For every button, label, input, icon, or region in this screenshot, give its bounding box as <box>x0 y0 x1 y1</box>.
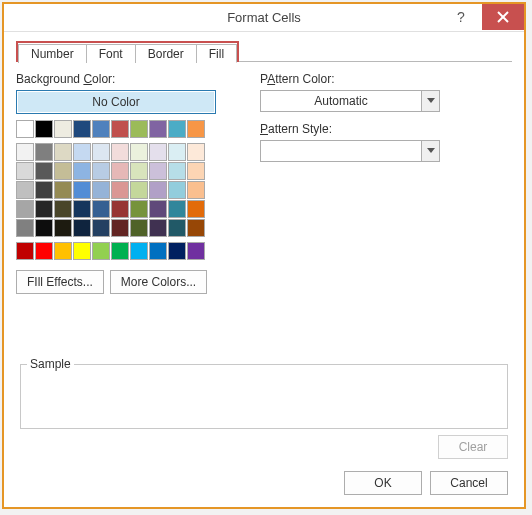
color-swatch[interactable] <box>111 200 129 218</box>
color-swatch[interactable] <box>149 200 167 218</box>
color-swatch[interactable] <box>16 242 34 260</box>
color-swatch[interactable] <box>35 162 53 180</box>
pattern-style-dropdown[interactable] <box>260 140 440 162</box>
color-swatch[interactable] <box>35 181 53 199</box>
color-swatch[interactable] <box>16 143 34 161</box>
color-swatch[interactable] <box>35 242 53 260</box>
no-color-button[interactable]: No Color <box>16 90 216 114</box>
color-swatch[interactable] <box>149 181 167 199</box>
color-swatch[interactable] <box>16 200 34 218</box>
chevron-down-icon <box>427 98 435 104</box>
color-swatch[interactable] <box>73 181 91 199</box>
pattern-style-label: Pattern Style: <box>260 122 512 136</box>
color-swatch[interactable] <box>54 181 72 199</box>
color-palette <box>16 120 236 260</box>
color-swatch[interactable] <box>187 242 205 260</box>
color-swatch[interactable] <box>187 200 205 218</box>
color-swatch[interactable] <box>130 242 148 260</box>
color-swatch[interactable] <box>54 120 72 138</box>
color-swatch[interactable] <box>130 200 148 218</box>
color-swatch[interactable] <box>92 162 110 180</box>
color-swatch[interactable] <box>92 120 110 138</box>
color-swatch[interactable] <box>16 181 34 199</box>
color-swatch[interactable] <box>35 219 53 237</box>
color-swatch[interactable] <box>149 162 167 180</box>
color-swatch[interactable] <box>130 181 148 199</box>
color-swatch[interactable] <box>168 181 186 199</box>
color-swatch[interactable] <box>168 242 186 260</box>
tab-number[interactable]: Number <box>18 44 87 63</box>
svg-marker-3 <box>427 148 435 153</box>
color-swatch[interactable] <box>73 200 91 218</box>
color-swatch[interactable] <box>168 162 186 180</box>
more-colors-button[interactable]: More Colors... <box>110 270 207 294</box>
color-swatch[interactable] <box>73 162 91 180</box>
color-swatch[interactable] <box>73 120 91 138</box>
pattern-color-dropdown[interactable]: Automatic <box>260 90 440 112</box>
color-swatch[interactable] <box>73 143 91 161</box>
color-swatch[interactable] <box>130 219 148 237</box>
color-swatch[interactable] <box>149 143 167 161</box>
color-swatch[interactable] <box>111 143 129 161</box>
color-swatch[interactable] <box>168 143 186 161</box>
tab-font[interactable]: Font <box>87 44 136 63</box>
color-swatch[interactable] <box>54 219 72 237</box>
fill-effects-button[interactable]: FIll Effects... <box>16 270 104 294</box>
svg-marker-2 <box>427 98 435 103</box>
color-swatch[interactable] <box>111 181 129 199</box>
color-swatch[interactable] <box>187 219 205 237</box>
sample-group: Sample <box>20 364 508 429</box>
window-title: Format Cells <box>227 10 301 25</box>
color-swatch[interactable] <box>73 242 91 260</box>
color-swatch[interactable] <box>92 200 110 218</box>
color-swatch[interactable] <box>130 143 148 161</box>
color-swatch[interactable] <box>149 219 167 237</box>
close-icon <box>497 11 509 23</box>
color-swatch[interactable] <box>168 120 186 138</box>
color-swatch[interactable] <box>187 120 205 138</box>
color-swatch[interactable] <box>111 242 129 260</box>
color-swatch[interactable] <box>149 120 167 138</box>
color-swatch[interactable] <box>16 219 34 237</box>
color-swatch[interactable] <box>111 162 129 180</box>
background-color-label: Background Color: <box>16 72 236 86</box>
titlebar: Format Cells ? <box>4 4 524 32</box>
color-swatch[interactable] <box>54 143 72 161</box>
color-swatch[interactable] <box>54 162 72 180</box>
color-swatch[interactable] <box>54 242 72 260</box>
tab-fill[interactable]: Fill <box>197 44 237 63</box>
color-swatch[interactable] <box>130 120 148 138</box>
color-swatch[interactable] <box>35 200 53 218</box>
help-button[interactable]: ? <box>440 4 482 30</box>
color-swatch[interactable] <box>187 181 205 199</box>
tab-border[interactable]: Border <box>136 44 197 63</box>
ok-button[interactable]: OK <box>344 471 422 495</box>
dropdown-arrow <box>421 91 439 111</box>
no-color-label: No Color <box>92 95 139 109</box>
format-cells-dialog: Format Cells ? Number Font Border Fill B… <box>2 2 526 509</box>
color-swatch[interactable] <box>92 181 110 199</box>
color-swatch[interactable] <box>168 200 186 218</box>
color-swatch[interactable] <box>111 219 129 237</box>
cancel-button[interactable]: Cancel <box>430 471 508 495</box>
pattern-color-value: Automatic <box>261 94 421 108</box>
color-swatch[interactable] <box>130 162 148 180</box>
tab-row: Number Font Border Fill <box>16 40 512 62</box>
clear-button: Clear <box>438 435 508 459</box>
color-swatch[interactable] <box>54 200 72 218</box>
color-swatch[interactable] <box>187 162 205 180</box>
color-swatch[interactable] <box>168 219 186 237</box>
color-swatch[interactable] <box>92 242 110 260</box>
color-swatch[interactable] <box>35 120 53 138</box>
color-swatch[interactable] <box>187 143 205 161</box>
color-swatch[interactable] <box>16 120 34 138</box>
color-swatch[interactable] <box>73 219 91 237</box>
close-button[interactable] <box>482 4 524 30</box>
color-swatch[interactable] <box>111 120 129 138</box>
color-swatch[interactable] <box>92 143 110 161</box>
dropdown-arrow <box>421 141 439 161</box>
color-swatch[interactable] <box>149 242 167 260</box>
color-swatch[interactable] <box>92 219 110 237</box>
color-swatch[interactable] <box>16 162 34 180</box>
color-swatch[interactable] <box>35 143 53 161</box>
